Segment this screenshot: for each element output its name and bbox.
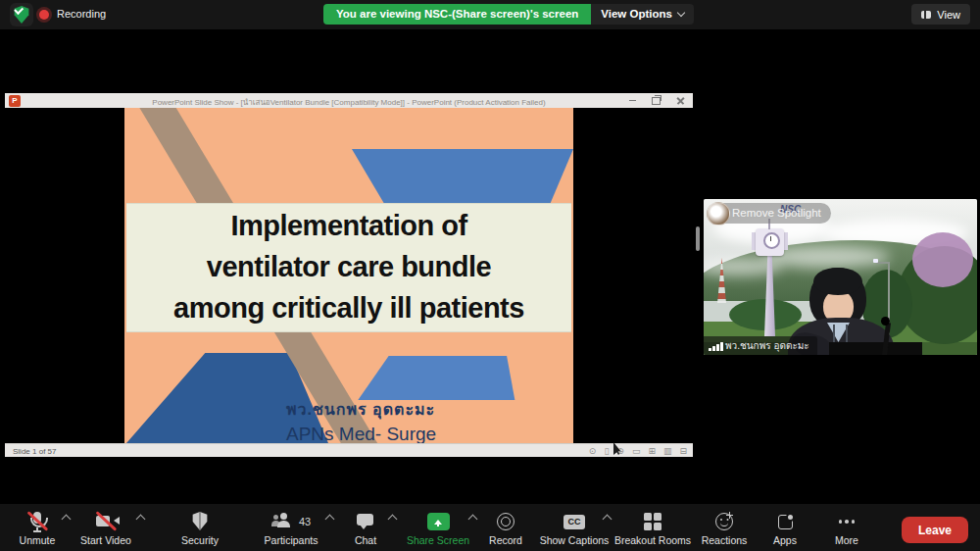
more-dots-icon xyxy=(839,520,856,524)
remove-spotlight-button[interactable]: Remove Spotlight xyxy=(707,203,831,224)
shield-icon xyxy=(188,510,212,533)
avatar xyxy=(707,202,730,225)
slideshow-view-icon[interactable]: ⊟ xyxy=(679,446,687,456)
slide-title: Implementation of ventilator care bundle… xyxy=(124,205,573,328)
breakout-rooms-icon xyxy=(644,513,662,530)
participants-button[interactable]: 43 Participants xyxy=(246,504,336,551)
recording-label: Recording xyxy=(57,8,106,20)
meeting-toolbar: Unmute Start Video Security 43 Participa… xyxy=(0,504,980,551)
meeting-top-bar: Recording You are viewing NSC-(Share scr… xyxy=(0,0,980,29)
participant-name: พว.ชนกพร อุดตะมะ xyxy=(725,340,809,351)
restore-icon[interactable] xyxy=(652,97,661,105)
apps-icon xyxy=(778,515,793,529)
slide: Implementation of ventilator care bundle… xyxy=(124,108,573,443)
start-video-button[interactable]: Start Video xyxy=(65,504,147,551)
slide-title-line: Implementation of xyxy=(124,205,573,246)
view-layout-icon xyxy=(921,11,931,19)
camera-off-icon xyxy=(94,510,118,533)
closed-captions-icon: CC xyxy=(564,515,585,529)
slide-author: พว.ชนกพร อุดตะมะ APNs Med- Surge xyxy=(286,397,436,443)
view-label: View xyxy=(937,9,960,21)
reactions-button[interactable]: Reactions xyxy=(685,504,763,551)
participant-video-tile[interactable]: NSC Remove Spotlight พว.ชนกพร อุดตะมะ xyxy=(704,199,977,355)
view-button[interactable]: View xyxy=(911,4,970,25)
chat-button[interactable]: Chat xyxy=(333,504,398,551)
slide-shape-trapezoid-top-right xyxy=(345,149,573,203)
audio-signal-icon xyxy=(709,342,723,351)
reading-view-icon[interactable]: ▥ xyxy=(663,446,672,456)
reactions-smiley-icon xyxy=(715,513,733,530)
participants-count: 43 xyxy=(299,516,311,527)
slide-author-name: พว.ชนกพร อุดตะมะ xyxy=(286,397,436,422)
chevron-down-icon xyxy=(677,9,685,17)
remove-spotlight-label: Remove Spotlight xyxy=(732,207,821,219)
viewing-banner-group: You are viewing NSC-(Share screen)'s scr… xyxy=(323,4,694,25)
minimize-icon[interactable] xyxy=(629,100,636,102)
slide-shape-trapezoid-bottom-right xyxy=(355,356,516,400)
annotate-pen-icon[interactable]: ⊙ xyxy=(589,446,597,456)
slide-title-line: among critically ill patients xyxy=(124,287,573,328)
panel-handle[interactable] xyxy=(696,226,700,251)
share-screen-icon xyxy=(427,513,450,530)
viewing-banner: You are viewing NSC-(Share screen)'s scr… xyxy=(323,4,591,25)
powerpoint-window: P PowerPoint Slide Show - [นำเสนอVentila… xyxy=(5,93,693,456)
recording-dot-icon xyxy=(39,10,49,20)
record-icon xyxy=(497,513,514,530)
zoom-meeting-window: { "top_bar": { "recording_label": "Recor… xyxy=(0,0,980,551)
slide-author-role: APNs Med- Surge xyxy=(286,424,436,443)
chat-bubble-icon xyxy=(354,510,377,533)
encryption-shield-icon xyxy=(10,3,33,26)
security-button[interactable]: Security xyxy=(166,504,234,551)
record-button[interactable]: Record xyxy=(475,504,536,551)
participants-icon xyxy=(271,510,295,533)
slide-counter: Slide 1 of 57 xyxy=(13,447,56,456)
slideshow-viewport: Implementation of ventilator care bundle… xyxy=(5,108,693,443)
view-options-button[interactable]: View Options xyxy=(591,4,694,25)
more-button[interactable]: More xyxy=(817,504,876,551)
unmute-button[interactable]: Unmute xyxy=(2,504,73,551)
flowering-tree xyxy=(912,232,973,287)
slide-sorter-icon[interactable]: ⊞ xyxy=(648,446,656,456)
view-options-label: View Options xyxy=(601,4,672,25)
close-icon[interactable] xyxy=(676,96,685,105)
apps-button[interactable]: Apps xyxy=(756,504,814,551)
slideshow-toolbar: ⊙ ▯ ⊕ ▭ ⊞ ▥ ⊟ xyxy=(589,446,687,456)
participant-name-tag: พว.ชนกพร อุดตะมะ xyxy=(704,336,817,355)
normal-view-icon[interactable]: ▭ xyxy=(632,446,641,456)
leave-button[interactable]: Leave xyxy=(902,517,968,543)
microphone-muted-icon xyxy=(25,510,49,533)
powerpoint-title-bar[interactable]: P PowerPoint Slide Show - [นำเสนอVentila… xyxy=(5,93,693,108)
slide-title-line: ventilator care bundle xyxy=(124,246,573,287)
share-screen-button[interactable]: Share Screen xyxy=(394,504,482,551)
slide-nav-icon[interactable]: ▯ xyxy=(604,446,609,456)
powerpoint-status-bar: Slide 1 of 57 ⊙ ▯ ⊕ ▭ ⊞ ▥ ⊟ xyxy=(5,443,693,457)
